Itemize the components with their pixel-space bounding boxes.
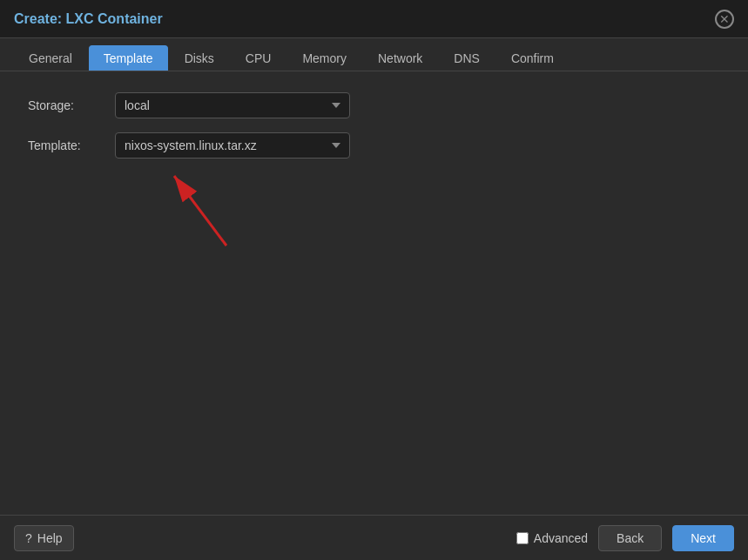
dialog-title: Create: LXC Container	[14, 11, 163, 27]
tab-template[interactable]: Template	[89, 45, 168, 71]
template-label: Template:	[28, 138, 115, 152]
help-icon: ?	[25, 531, 32, 545]
tab-general[interactable]: General	[14, 45, 87, 71]
storage-select[interactable]: local local-lvm nas	[115, 92, 350, 118]
back-button[interactable]: Back	[598, 525, 662, 551]
create-lxc-dialog: Create: LXC Container ✕ General Template…	[0, 0, 748, 560]
main-content: Storage: local local-lvm nas Template: n…	[0, 71, 748, 515]
tab-disks[interactable]: Disks	[170, 45, 229, 71]
next-button[interactable]: Next	[672, 525, 734, 551]
close-button[interactable]: ✕	[715, 10, 734, 29]
template-select[interactable]: nixos-system.linux.tar.xz debian-11-stan…	[115, 132, 350, 159]
tab-cpu[interactable]: CPU	[231, 45, 286, 71]
template-row: Template: nixos-system.linux.tar.xz debi…	[28, 132, 720, 159]
title-bar: Create: LXC Container ✕	[0, 0, 748, 38]
help-button[interactable]: ? Help	[14, 525, 74, 551]
form-content: Storage: local local-lvm nas Template: n…	[0, 71, 748, 193]
advanced-label: Advanced	[516, 531, 588, 545]
tab-memory[interactable]: Memory	[287, 45, 361, 71]
storage-label: Storage:	[28, 98, 115, 112]
tab-dns[interactable]: DNS	[439, 45, 495, 71]
advanced-checkbox[interactable]	[516, 532, 529, 544]
help-label: Help	[37, 531, 63, 545]
tabs-bar: General Template Disks CPU Memory Networ…	[0, 38, 748, 71]
footer-right: Advanced Back Next	[516, 525, 734, 551]
tab-confirm[interactable]: Confirm	[496, 45, 569, 71]
advanced-text: Advanced	[534, 531, 588, 545]
storage-row: Storage: local local-lvm nas	[28, 92, 720, 118]
tab-network[interactable]: Network	[363, 45, 437, 71]
footer: ? Help Advanced Back Next	[0, 515, 748, 560]
